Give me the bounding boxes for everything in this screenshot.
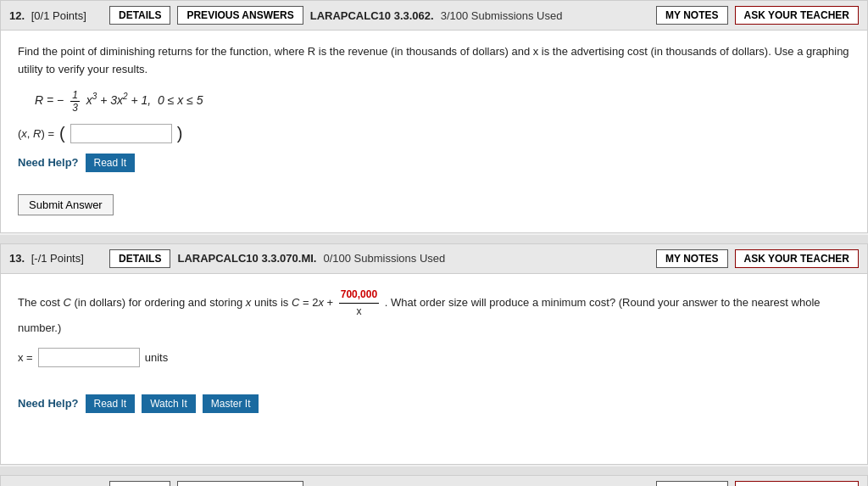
question-14-header: 14. [0/1 Points] DETAILS PREVIOUS ANSWER… [0,475,868,486]
q13-problem-code: LARAPCALC10 3.3.070.MI. [177,252,316,265]
q13-ask-teacher-button[interactable]: ASK YOUR TEACHER [735,249,859,268]
q13-my-notes-button[interactable]: MY NOTES [656,249,727,268]
q12-ask-teacher-button[interactable]: ASK YOUR TEACHER [735,6,859,25]
question-13-header: 13. [-/1 Points] DETAILS LARAPCALC10 3.3… [0,243,868,274]
q12-submissions: 3/100 Submissions Used [441,9,563,22]
q14-my-notes-button[interactable]: MY NOTES [656,481,727,486]
q12-answer-row: (x, R) = ( ) [18,124,850,143]
q12-text: Find the point of diminishing returns fo… [18,43,850,79]
q13-details-button[interactable]: DETAILS [109,249,170,268]
question-12-body: Find the point of diminishing returns fo… [0,31,868,233]
q13-read-it-button[interactable]: Read It [86,394,136,413]
q13-need-help: Need Help? Read It Watch It Master It [18,394,850,413]
q12-read-it-button[interactable]: Read It [86,154,136,172]
question-12-header: 12. [0/1 Points] DETAILS PREVIOUS ANSWER… [0,0,868,31]
q13-submissions: 0/100 Submissions Used [323,252,445,265]
q12-submit-button[interactable]: Submit Answer [18,194,114,215]
q13-number: 13. [-/1 Points] [9,252,103,265]
q12-need-help: Need Help? Read It [18,154,850,172]
q12-my-notes-button[interactable]: MY NOTES [656,6,727,25]
question-13-body: The cost C (in dollars) for ordering and… [0,274,868,465]
q13-answer-row: x = units [18,348,850,367]
q13-master-it-button[interactable]: Master It [203,394,259,413]
q12-prev-answers-button[interactable]: PREVIOUS ANSWERS [177,6,303,25]
q12-formula: R = − 1 3 x3 + 3x2 + 1, 0 ≤ x ≤ 5 [35,89,850,114]
q12-answer-input[interactable] [70,124,172,143]
q13-watch-it-button[interactable]: Watch It [142,394,196,413]
q14-prev-answers-button[interactable]: PREVIOUS ANSWERS [177,481,303,486]
q12-details-button[interactable]: DETAILS [109,6,170,25]
q12-number: 12. [0/1 Points] [9,9,103,22]
q12-problem-code: LARAPCALC10 3.3.062. [310,9,434,22]
need-help-label-12: Need Help? [18,156,79,169]
q13-answer-input[interactable] [38,348,140,367]
q14-ask-teacher-button[interactable]: ASK YOUR TEACHER [735,481,859,486]
q13-text: The cost C (in dollars) for ordering and… [18,287,850,338]
q14-details-button[interactable]: DETAILS [109,481,170,486]
need-help-label-13: Need Help? [18,397,79,410]
